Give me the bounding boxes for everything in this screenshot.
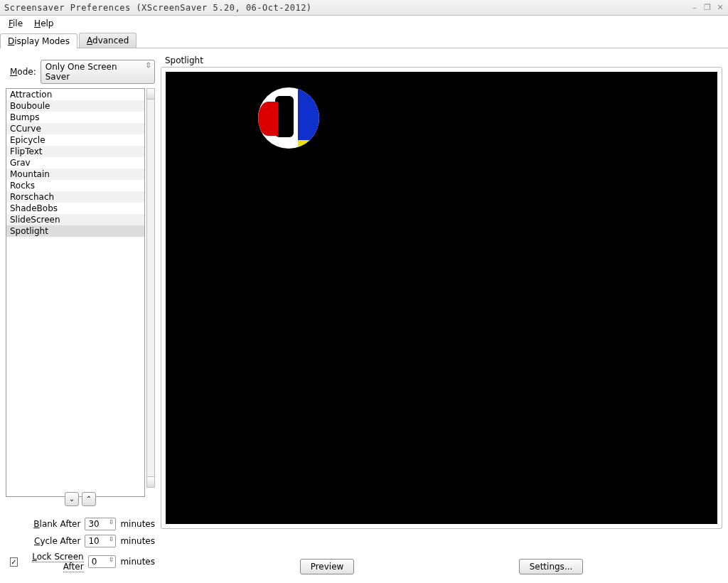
minimize-icon[interactable]: – xyxy=(690,3,700,13)
saver-list[interactable]: AttractionBoubouleBumpsCCurveEpicycleFli… xyxy=(6,88,145,497)
right-column: Spotlight Preview Settings... xyxy=(161,54,722,576)
window-titlebar: Screensaver Preferences (XScreenSaver 5.… xyxy=(0,0,728,16)
left-column: Mode: Only One Screen Saver AttractionBo… xyxy=(6,54,155,576)
preview-area xyxy=(166,72,717,524)
list-item[interactable]: CCurve xyxy=(6,123,144,134)
cycle-after-row: Cycle After 10 minutes xyxy=(6,535,155,547)
lock-checkbox[interactable]: ✓ xyxy=(10,557,18,567)
move-up-button[interactable]: ⌃ xyxy=(82,492,96,506)
tab-display-modes[interactable]: Display Modes xyxy=(0,33,77,48)
blank-after-spinner[interactable]: 30 xyxy=(85,518,116,530)
menu-file[interactable]: File xyxy=(4,17,27,30)
saver-list-wrap: AttractionBoubouleBumpsCCurveEpicycleFli… xyxy=(6,88,155,488)
maximize-icon[interactable]: ❐ xyxy=(702,3,712,13)
saver-list-scrollbar[interactable] xyxy=(146,88,155,488)
cycle-after-spinner[interactable]: 10 xyxy=(85,535,116,547)
lock-after-unit: minutes xyxy=(120,557,155,567)
lock-after-spinner[interactable]: 0 xyxy=(88,555,117,568)
list-item[interactable]: Grav xyxy=(6,157,144,169)
list-item[interactable]: Epicycle xyxy=(6,134,144,146)
blank-after-unit: minutes xyxy=(120,519,155,529)
tabbar: Display Modes Advanced xyxy=(0,33,728,48)
lock-after-label: Lock Screen After xyxy=(22,552,84,572)
list-item[interactable]: FlipText xyxy=(6,146,144,157)
list-item[interactable]: Spotlight xyxy=(6,225,144,237)
preview-frame xyxy=(161,67,722,529)
main-panel: Mode: Only One Screen Saver AttractionBo… xyxy=(0,48,728,582)
list-item[interactable]: Mountain xyxy=(6,169,144,180)
list-item[interactable]: Rocks xyxy=(6,180,144,191)
tab-advanced[interactable]: Advanced xyxy=(79,33,136,48)
blank-after-label: Blank After xyxy=(33,519,80,529)
list-item[interactable]: SlideScreen xyxy=(6,214,144,225)
preview-buttons: Preview Settings... xyxy=(161,559,722,574)
preview-title: Spotlight xyxy=(161,55,722,67)
cycle-after-unit: minutes xyxy=(120,536,155,546)
window-title: Screensaver Preferences (XScreenSaver 5.… xyxy=(4,3,312,13)
window-controls: – ❐ ✕ xyxy=(690,3,725,13)
settings-button[interactable]: Settings... xyxy=(519,559,584,574)
list-item[interactable]: Bouboule xyxy=(6,100,144,112)
lock-after-row: ✓ Lock Screen After 0 minutes xyxy=(10,552,155,572)
list-item[interactable]: ShadeBobs xyxy=(6,203,144,214)
list-item[interactable]: Attraction xyxy=(6,89,144,100)
close-icon[interactable]: ✕ xyxy=(715,3,725,13)
move-down-button[interactable]: ⌄ xyxy=(65,492,79,506)
timing-section: Blank After 30 minutes Cycle After 10 mi… xyxy=(6,518,155,576)
spotlight-graphic xyxy=(258,87,319,149)
order-buttons: ⌄ ⌃ xyxy=(6,492,155,506)
mode-dropdown[interactable]: Only One Screen Saver xyxy=(41,60,155,84)
mode-row: Mode: Only One Screen Saver xyxy=(10,60,155,84)
preview-button[interactable]: Preview xyxy=(300,559,355,574)
list-item[interactable]: Rorschach xyxy=(6,191,144,203)
mode-label: Mode: xyxy=(10,67,36,77)
menubar: File Help xyxy=(0,16,728,31)
blank-after-row: Blank After 30 minutes xyxy=(6,518,155,530)
cycle-after-label: Cycle After xyxy=(34,536,80,546)
list-item[interactable]: Bumps xyxy=(6,112,144,123)
menu-help[interactable]: Help xyxy=(30,17,58,30)
